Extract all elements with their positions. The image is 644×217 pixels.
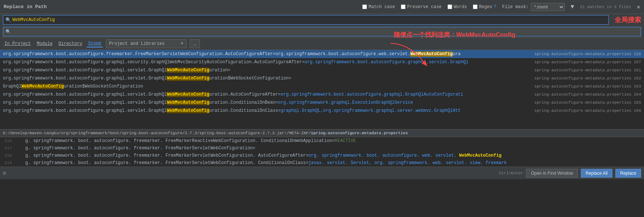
- result-file: spring-autoconfigure-metadata.properties…: [535, 100, 641, 105]
- scope-dropdown[interactable]: Project and Libraries ▼: [106, 39, 187, 48]
- result-file: spring-autoconfigure-metadata.properties…: [535, 76, 641, 81]
- preserve-case-checkbox[interactable]: [401, 4, 406, 9]
- result-text: org.springframework.boot.autoconfigure.g…: [3, 108, 532, 113]
- result-text: org.springframework.boot.autoconfigure.g…: [3, 100, 532, 105]
- result-file: spring-autoconfigure-metadata.properties…: [535, 108, 641, 113]
- search-replace-icon: 🔍: [6, 29, 11, 35]
- words-label[interactable]: Words: [447, 4, 467, 10]
- match-case-checkbox[interactable]: [362, 4, 367, 9]
- result-text: org.springframework.boot.autoconfigure.g…: [3, 92, 532, 97]
- replace-input-wrapper: 🔍: [3, 27, 641, 36]
- replace-all-button[interactable]: Replace All: [581, 169, 612, 178]
- close-icon[interactable]: ✕: [637, 3, 640, 11]
- result-row[interactable]: org.springframework.boot.autoconfigure.f…: [0, 50, 644, 58]
- result-file: spring-autoconfigure-metadata.properties…: [535, 92, 641, 97]
- file-mask-container: File mask: *.mxml *.java *.xml *.propert…: [502, 3, 565, 11]
- scope-tab-scope[interactable]: Scope: [87, 40, 103, 47]
- match-case-label[interactable]: Match case: [362, 4, 395, 10]
- regex-help-icon[interactable]: ?: [494, 4, 496, 10]
- result-text: GraphQlWebMvcAutoConfiguration$WebSocket…: [3, 84, 532, 89]
- result-row[interactable]: org.springframework.boot.autoconfigure.g…: [0, 90, 644, 99]
- dialog-title: Replace in Path: [4, 4, 47, 10]
- file-mask-select[interactable]: *.mxml *.java *.xml *.properties *.*: [531, 3, 565, 11]
- result-row[interactable]: org.springframework.boot.autoconfigure.g…: [0, 99, 644, 107]
- result-row[interactable]: org.springframework.boot.autoconfigure.g…: [0, 74, 644, 82]
- bottom-bar: ⚙ Ctrl+Enter Open in Find Window Replace…: [0, 167, 644, 179]
- find-input[interactable]: [12, 17, 606, 22]
- replace-button[interactable]: Replace: [615, 169, 641, 178]
- result-text: org.springframework.boot.autoconfigure.f…: [3, 51, 532, 57]
- code-line-218: 218 g. springframework. boot. autoconfig…: [0, 152, 644, 159]
- replace-input[interactable]: [12, 29, 638, 34]
- annotation-text: 全局搜索: [615, 15, 641, 24]
- result-row[interactable]: GraphQlWebMvcAutoConfiguration$WebSocket…: [0, 82, 644, 90]
- result-text: org.springframework.boot.autoconfigure.g…: [3, 60, 532, 65]
- code-line-217: 217 g. springframework. boot. autoconfig…: [0, 145, 644, 152]
- title-bar: Replace in Path Match case Preserve case…: [0, 0, 644, 14]
- scope-tab-project[interactable]: In Project: [3, 40, 32, 47]
- result-file: spring-autoconfigure-metadata.properties…: [535, 84, 641, 89]
- result-file: spring-autoconfigure-metadata.properties…: [535, 68, 641, 72]
- scope-more-button[interactable]: ...: [190, 39, 200, 48]
- results-list[interactable]: org.springframework.boot.autoconfigure.f…: [0, 50, 644, 129]
- filter-icon[interactable]: ▼: [571, 4, 574, 10]
- preserve-case-label[interactable]: Preserve case: [401, 4, 442, 10]
- preview-panel: D:/develop/maven-cangku/org/springframew…: [0, 129, 644, 167]
- keyboard-shortcut: Ctrl+Enter: [499, 171, 523, 175]
- scope-tab-directory[interactable]: Directory: [57, 40, 84, 47]
- search-bars: 🔍 全局搜索 🔍: [0, 14, 644, 38]
- regex-label[interactable]: Regex ?: [473, 4, 496, 10]
- result-file: spring-autoconfigure-metadata.properties…: [535, 52, 641, 56]
- scope-tab-module[interactable]: Module: [35, 40, 54, 47]
- words-checkbox[interactable]: [447, 4, 452, 9]
- find-search-row: 🔍 全局搜索: [0, 14, 644, 26]
- preview-path: D:/develop/maven-cangku/org/springframew…: [0, 129, 644, 137]
- result-text: org.springframework.boot.autoconfigure.g…: [3, 68, 532, 73]
- result-text: org.springframework.boot.autoconfigure.g…: [3, 76, 532, 81]
- code-line-216: 216 g. springframework. boot. autoconfig…: [0, 137, 644, 145]
- regex-checkbox[interactable]: [473, 4, 478, 9]
- preview-content: 216 g. springframework. boot. autoconfig…: [0, 137, 644, 167]
- open-find-window-button[interactable]: Open in Find Window: [526, 169, 578, 178]
- find-input-wrapper: 🔍: [3, 15, 609, 25]
- result-row[interactable]: org.springframework.boot.autoconfigure.g…: [0, 66, 644, 74]
- result-row[interactable]: org.springframework.boot.autoconfigure.g…: [0, 58, 644, 66]
- code-line-219: 219 g. springframework. boot. autoconfig…: [0, 159, 644, 167]
- result-file: spring-autoconfigure-metadata.properties…: [535, 60, 641, 64]
- matches-count: 21 matches in 3 files: [580, 5, 631, 9]
- title-options: Match case Preserve case Words Regex ? F…: [362, 3, 640, 11]
- scope-dropdown-arrow-icon: ▼: [181, 41, 183, 46]
- settings-icon[interactable]: ⚙: [3, 170, 6, 176]
- replace-search-row: 🔍: [0, 26, 644, 38]
- result-row[interactable]: org.springframework.boot.autoconfigure.g…: [0, 107, 644, 115]
- search-find-icon: 🔍: [6, 17, 11, 23]
- scope-bar: In Project Module Directory Scope Projec…: [0, 38, 644, 50]
